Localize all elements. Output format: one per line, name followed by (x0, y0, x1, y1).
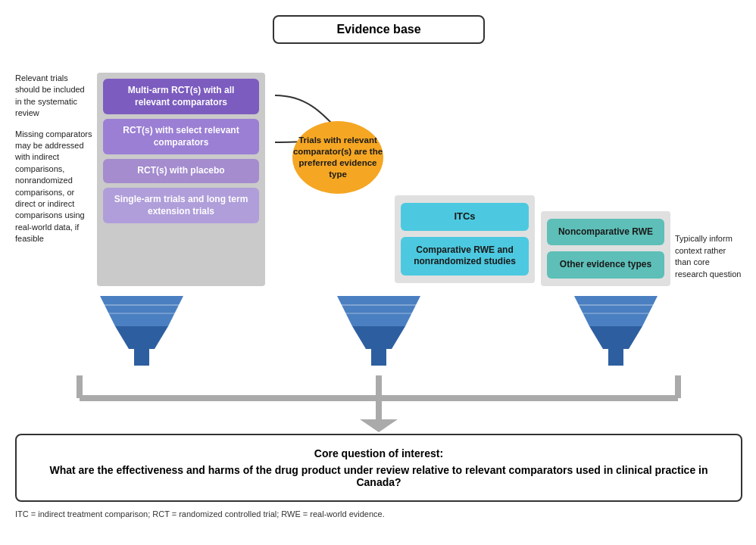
funnel-1-svg (92, 292, 191, 375)
col2-oval-area: Trials with relevant comparator(s) are t… (271, 73, 389, 286)
evidence-layout: Relevant trials should be included in th… (15, 73, 742, 286)
svg-marker-9 (352, 326, 405, 349)
svg-rect-10 (371, 349, 386, 366)
diagram-container: Evidence base Relevant trials should be … (15, 15, 742, 519)
comparative-rwe-box: Comparative RWE and nonrandomized studie… (401, 237, 529, 276)
funnel-3 (567, 292, 665, 375)
col1-boxes: Multi-arm RCT(s) with all relevant compa… (97, 73, 265, 286)
funnel-2-svg (330, 292, 428, 375)
single-arm-box: Single-arm trials and long term extensio… (103, 188, 259, 223)
svg-marker-3 (100, 296, 183, 326)
svg-marker-4 (115, 326, 168, 349)
rct-placebo-box: RCT(s) with placebo (103, 159, 259, 183)
svg-marker-14 (589, 326, 642, 349)
funnel-3-svg (567, 292, 665, 375)
convergence-svg (15, 375, 742, 432)
col1-text-top: Relevant trials should be included in th… (15, 73, 97, 129)
col4: Noncomparative RWE Other evidence types … (541, 73, 742, 286)
bottom-box-title: Core question of interest: (35, 447, 723, 459)
bottom-box: Core question of interest: What are the … (15, 434, 742, 502)
itcs-box: ITCs (401, 203, 529, 231)
svg-rect-5 (134, 349, 149, 366)
funnel-1 (92, 292, 191, 375)
col1: Relevant trials should be included in th… (15, 73, 265, 286)
col1-text-bottom: Missing comparators may be addressed wit… (15, 129, 97, 286)
rct-select-box: RCT(s) with select relevant comparators (103, 119, 259, 154)
funnels-section (15, 292, 742, 432)
col3-bg: ITCs Comparative RWE and nonrandomized s… (395, 195, 535, 283)
evidence-base-title: Evidence base (273, 15, 485, 44)
bottom-box-text: What are the effectiveness and harms of … (35, 464, 723, 488)
three-funnels (15, 292, 742, 375)
col4-typically-text: Typically inform context rather than cor… (675, 73, 742, 286)
footnote: ITC = indirect treatment comparison; RCT… (15, 509, 742, 519)
col3: ITCs Comparative RWE and nonrandomized s… (395, 73, 535, 286)
other-evidence-box: Other evidence types (547, 251, 664, 279)
svg-marker-23 (360, 419, 398, 432)
svg-marker-8 (337, 296, 420, 326)
multi-arm-rct-box: Multi-arm RCT(s) with all relevant compa… (103, 79, 259, 114)
noncomparative-rwe-box: Noncomparative RWE (547, 219, 664, 246)
svg-rect-15 (608, 349, 623, 366)
funnel-2 (330, 292, 428, 375)
orange-oval-text: Trials with relevant comparator(s) are t… (292, 121, 383, 194)
col4-boxes: Noncomparative RWE Other evidence types (541, 211, 670, 286)
svg-marker-13 (574, 296, 658, 326)
col1-text: Relevant trials should be included in th… (15, 73, 97, 286)
